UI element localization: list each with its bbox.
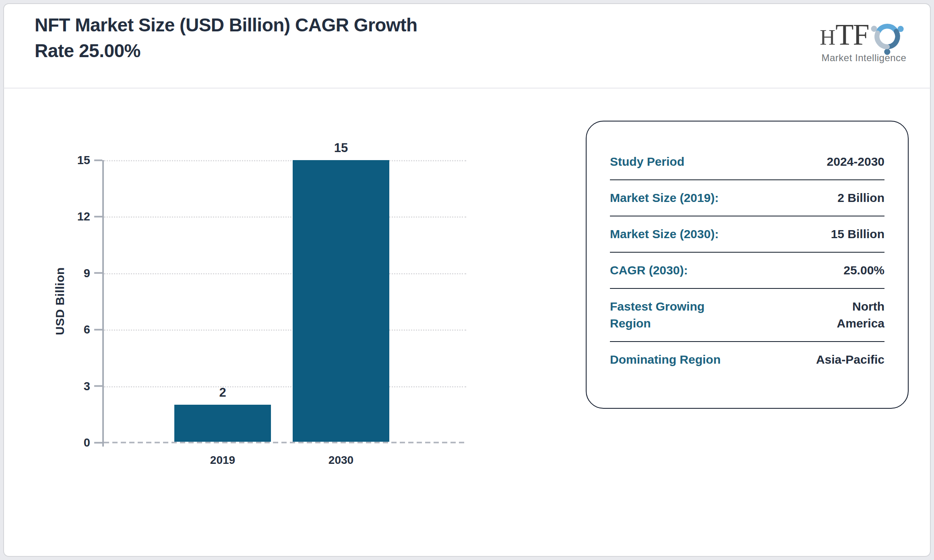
y-tick-mark (94, 159, 102, 161)
bar-value-2030: 15 (334, 141, 348, 155)
y-tick-mark (94, 272, 102, 274)
x-tick-label-2019: 2019 (174, 454, 271, 467)
summary-label: Market Size (2019): (610, 189, 739, 206)
htf-logo: H TF Market Intelligence (816, 14, 911, 64)
gridline-12 (104, 216, 466, 218)
gridline-6 (104, 329, 466, 331)
y-tick-3: 3 (58, 379, 102, 393)
summary-row-dominating-region: Dominating Region Asia-Pacific (610, 342, 884, 377)
summary-label: CAGR (2030): (610, 262, 739, 279)
y-tick-label-9: 9 (84, 266, 90, 280)
summary-label: Market Size (2030): (610, 226, 739, 243)
htf-logo-letters-tf: TF (835, 20, 868, 49)
gridline-15 (104, 160, 466, 161)
y-axis-line (102, 160, 104, 447)
y-tick-label-3: 3 (84, 379, 90, 393)
summary-row-market-size-2019: Market Size (2019): 2 Billion (610, 180, 884, 216)
y-tick-12: 12 (58, 210, 102, 223)
x-tick-label-2030: 2030 (293, 454, 389, 467)
summary-value: 2 Billion (808, 189, 884, 206)
summary-panel: Study Period 2024-2030 Market Size (2019… (586, 121, 909, 409)
page-title-line1: NFT Market Size (USD Billion) CAGR Growt… (35, 12, 417, 38)
bar-value-2019: 2 (219, 385, 226, 400)
y-tick-mark (94, 385, 102, 387)
htf-logo-letter-h: H (820, 27, 835, 48)
summary-value: 2024-2030 (808, 153, 884, 170)
y-tick-6: 6 (58, 323, 102, 336)
htf-logo-tagline: Market Intelligence (816, 52, 911, 64)
y-tick-label-15: 15 (77, 154, 90, 167)
y-tick-9: 9 (58, 266, 102, 280)
y-tick-label-0: 0 (84, 436, 90, 449)
y-tick-mark (94, 329, 102, 330)
y-tick-label-12: 12 (77, 210, 90, 223)
gridline-9 (104, 273, 466, 274)
header-divider (4, 88, 930, 89)
page-title: NFT Market Size (USD Billion) CAGR Growt… (35, 12, 417, 64)
y-tick-15: 15 (58, 154, 102, 167)
bar-chart: USD Billion 15 12 9 6 3 0 2 15 2019 2030 (104, 160, 466, 443)
htf-logo-top: H TF (816, 14, 911, 56)
summary-label: Study Period (610, 153, 739, 170)
summary-value: North America (808, 298, 884, 332)
y-tick-0: 0 (58, 436, 102, 449)
gridline-3 (104, 386, 466, 387)
summary-row-fastest-growing-region: Fastest Growing Region North America (610, 289, 884, 342)
summary-row-market-size-2030: Market Size (2030): 15 Billion (610, 216, 884, 253)
y-tick-label-6: 6 (84, 323, 90, 336)
summary-label: Fastest Growing Region (610, 298, 739, 332)
summary-label: Dominating Region (610, 351, 739, 368)
y-axis-title: USD Billion (52, 160, 68, 443)
summary-value: Asia-Pacific (808, 351, 884, 368)
bar-group-2030: 15 (293, 141, 389, 443)
y-tick-mark (94, 442, 102, 443)
x-axis-line (104, 442, 466, 443)
summary-row-study-period: Study Period 2024-2030 (610, 144, 884, 180)
people-swirl-icon (866, 14, 908, 56)
summary-value: 15 Billion (808, 226, 884, 243)
y-tick-mark (94, 216, 102, 217)
bar-2030 (293, 160, 389, 443)
bar-group-2019: 2 (174, 385, 271, 443)
summary-row-cagr: CAGR (2030): 25.00% (610, 253, 884, 289)
bar-2019 (174, 405, 271, 443)
htf-logo-wordmark: H TF (820, 20, 868, 49)
page-title-line2: Rate 25.00% (35, 38, 417, 64)
summary-value: 25.00% (808, 262, 884, 279)
